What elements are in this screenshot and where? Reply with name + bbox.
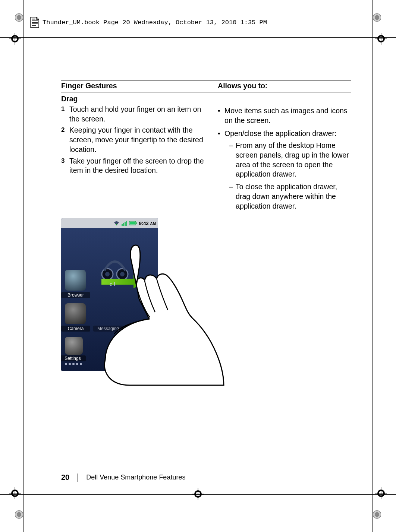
drag-step-2: Keeping your finger in contact with the …	[61, 126, 210, 154]
allow-sub-close: To close the application drawer, drag do…	[229, 182, 351, 211]
app-messaging-label: Messaging	[93, 326, 123, 332]
svg-rect-29	[126, 221, 127, 226]
obscured-label-text: c l	[110, 281, 115, 287]
svg-rect-23	[32, 23, 38, 24]
svg-rect-33	[107, 360, 113, 367]
svg-rect-28	[125, 222, 126, 226]
framemaker-header: Thunder_UM.book Page 20 Wednesday, Octob…	[30, 15, 365, 30]
status-bar: 9:42 AM	[61, 218, 158, 228]
framemaker-header-text: Thunder_UM.book Page 20 Wednesday, Octob…	[43, 19, 267, 26]
allow-move-items: Move items such as images and icons on t…	[218, 106, 351, 125]
registration-dot-br	[371, 509, 383, 520]
signal-icon	[122, 221, 127, 226]
drag-gesture-illustration: 9:42 AM Browser Camera Settings Messagin…	[61, 218, 195, 379]
gesture-name: Drag	[61, 92, 351, 104]
footer-separator	[78, 474, 78, 482]
crop-mark-tl	[9, 33, 21, 45]
svg-rect-27	[123, 223, 124, 226]
svg-rect-26	[122, 224, 123, 226]
allows-list: Move items such as images and icons on t…	[218, 104, 351, 211]
table-header: Finger Gestures Allows you to:	[61, 80, 351, 92]
clock-time: 9:42 AM	[139, 221, 156, 226]
svg-rect-21	[32, 20, 38, 21]
registration-dot-bl	[13, 509, 25, 520]
svg-rect-20	[32, 19, 35, 19]
app-browser-label: Browser	[61, 292, 90, 298]
app-camera-label: Camera	[61, 326, 90, 332]
header-finger-gestures: Finger Gestures	[61, 82, 218, 90]
app-camera-icon	[65, 303, 86, 324]
registration-dot-tl	[13, 12, 25, 23]
svg-rect-31	[130, 222, 135, 225]
battery-icon	[129, 221, 137, 226]
svg-point-25	[116, 224, 117, 225]
header-allows-you-to: Allows you to:	[218, 82, 351, 90]
svg-rect-32	[136, 222, 137, 224]
app-browser-icon	[65, 270, 86, 291]
allow-open-close-drawer-text: Open/close the application drawer:	[224, 129, 336, 137]
svg-rect-35	[109, 357, 111, 358]
page-number: 20	[61, 473, 69, 482]
trash-icon	[105, 357, 115, 367]
crop-mark-br	[375, 487, 387, 499]
drag-steps: Touch and hold your finger on an item on…	[61, 104, 218, 175]
app-settings-icon	[65, 337, 83, 355]
svg-rect-24	[32, 25, 36, 26]
phone-mock: 9:42 AM Browser Camera Settings Messagin…	[61, 218, 158, 371]
page-footer: 20 Dell Venue Smartphone Features	[61, 473, 185, 482]
framemaker-rule	[30, 30, 365, 30]
crop-mark-bl	[9, 487, 21, 499]
page-indicator	[65, 363, 82, 365]
crop-mark-tr	[375, 33, 387, 45]
section-title: Dell Venue Smartphone Features	[86, 474, 185, 481]
drag-motion-arrow-icon	[101, 274, 146, 289]
allow-open-close-drawer: Open/close the application drawer: From …	[218, 129, 351, 211]
drag-step-3: Take your finger off the screen to drop …	[61, 156, 210, 175]
allow-sub-open: From any of the desktop Home screen pane…	[229, 141, 351, 179]
drag-step-1: Touch and hold your finger on an item on…	[61, 105, 210, 124]
svg-rect-22	[32, 22, 38, 23]
book-icon	[30, 16, 40, 28]
app-settings-label: Settings	[61, 355, 86, 361]
registration-dot-tr	[371, 12, 383, 23]
wifi-icon	[114, 221, 119, 226]
crop-mark-bottom-center	[192, 488, 204, 500]
svg-rect-34	[106, 358, 114, 360]
